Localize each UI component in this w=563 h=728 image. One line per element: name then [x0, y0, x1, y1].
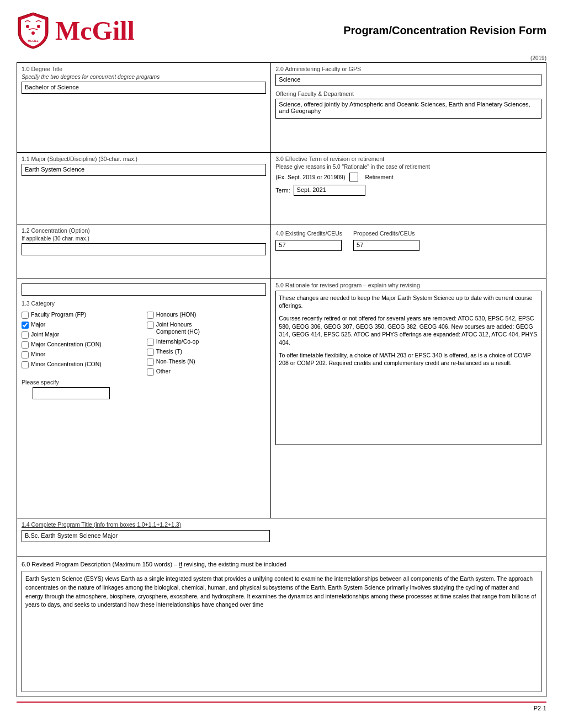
checkbox-honours[interactable]: Honours (HON)	[147, 311, 267, 319]
checkbox-minor-con[interactable]: Minor Concentration (CON)	[22, 361, 141, 368]
checkbox-joint-hon-input[interactable]	[147, 322, 154, 329]
rationale-label: 5.0 Rationale for revised program – expl…	[275, 282, 541, 288]
existing-credits-input[interactable]: 57	[275, 240, 342, 251]
offering-faculty-label: Offering Faculty & Department	[275, 90, 541, 97]
checkbox-faculty-program[interactable]: Faculty Program (FP)	[22, 311, 141, 319]
concentration-cell: 1.2 Concentration (Option) If applicable…	[17, 224, 271, 279]
example-label: (Ex. Sept. 2019 or 201909)	[275, 174, 345, 180]
checkbox-hon-input[interactable]	[147, 312, 154, 319]
svg-point-0	[26, 25, 29, 28]
checkbox-internship-input[interactable]	[147, 339, 154, 346]
checkbox-other[interactable]: Other	[147, 368, 267, 376]
degree-title-input[interactable]: Bachelor of Science	[22, 82, 266, 94]
please-specify-label: Please specify	[22, 379, 59, 386]
effective-term-label: 3.0 Effective Term of revision or retire…	[275, 156, 541, 162]
major-label: 1.1 Major (Subject/Discipline) (30-char.…	[22, 156, 266, 162]
checkbox-joint-major[interactable]: Joint Major	[22, 331, 141, 339]
row-degree-admin: 1.0 Degree Title Specify the two degrees…	[17, 63, 546, 153]
concentration-label: 1.2 Concentration (Option)	[22, 227, 266, 234]
proposed-credits-input[interactable]: 57	[353, 240, 419, 251]
effective-term-cell: 3.0 Effective Term of revision or retire…	[271, 152, 546, 224]
offering-faculty-input[interactable]: Science, offered jointly by Atmospheric …	[275, 99, 541, 119]
retirement-label: Retirement	[365, 174, 393, 180]
row-complete-program: 1.4 Complete Program Title (info from bo…	[17, 518, 546, 556]
page-header: MCGILL McGill Program/Concentration Revi…	[17, 11, 546, 50]
complete-program-cell: 1.4 Complete Program Title (info from bo…	[17, 518, 546, 556]
checkbox-major[interactable]: Major	[22, 321, 141, 329]
admin-faculty-label: 2.0 Administering Faculty or GPS	[275, 66, 541, 72]
checkbox-other-input[interactable]	[147, 368, 154, 376]
section6-italic: if	[179, 561, 183, 568]
svg-point-1	[37, 25, 40, 28]
complete-program-label: 1.4 Complete Program Title (info from bo…	[22, 521, 181, 528]
checkbox-minor[interactable]: Minor	[22, 351, 141, 358]
checkbox-joint-major-input[interactable]	[22, 331, 29, 339]
rationale-para2: Courses recently retired or not offered …	[279, 314, 538, 347]
logo-area: MCGILL McGill	[17, 11, 282, 50]
retirement-checkbox[interactable]	[349, 173, 358, 181]
svg-point-2	[31, 31, 35, 35]
effective-term-sublabel: Please give reasons in 5.0 "Rationale" i…	[275, 164, 541, 170]
rationale-para3: To offer timetable flexibility, a choice…	[279, 351, 538, 367]
mcgill-shield-icon: MCGILL	[17, 11, 50, 50]
degree-title-cell: 1.0 Degree Title Specify the two degrees…	[17, 63, 271, 153]
checkbox-non-thesis-input[interactable]	[147, 358, 154, 366]
please-specify-input[interactable]	[33, 387, 110, 399]
main-form-table: 1.0 Degree Title Specify the two degrees…	[17, 62, 546, 556]
form-title: Program/Concentration Revision Form	[282, 24, 546, 37]
admin-faculty-input[interactable]: Science	[275, 74, 541, 86]
checkbox-internship[interactable]: Internship/Co-op	[147, 338, 267, 346]
section6-label: 6.0 Revised Program Description (Maximum…	[22, 561, 541, 568]
existing-credits-label: 4.0 Existing Credits/CEUs	[275, 230, 342, 237]
checkbox-thesis-input[interactable]	[147, 349, 154, 356]
checkbox-fp[interactable]	[22, 312, 29, 319]
concentration-input2[interactable]	[22, 283, 266, 296]
checkbox-non-thesis[interactable]: Non-Thesis (N)	[147, 358, 267, 366]
major-input[interactable]: Earth System Science	[22, 164, 266, 176]
term-input[interactable]: Sept. 2021	[294, 185, 365, 196]
svg-text:MCGILL: MCGILL	[28, 39, 38, 42]
checkbox-minor-input[interactable]	[22, 351, 29, 358]
row-category-rationale: 1.3 Category Faculty Program (FP) Major …	[17, 279, 546, 518]
checkbox-major-con[interactable]: Major Concentration (CON)	[22, 341, 141, 349]
complete-program-input[interactable]: B.Sc. Earth System Science Major	[22, 530, 270, 542]
degree-title-sublabel: Specify the two degrees for concurrent d…	[22, 74, 266, 80]
proposed-credits-label: Proposed Credits/CEUs	[353, 230, 419, 237]
checkbox-minor-con-input[interactable]	[22, 361, 29, 368]
rationale-box[interactable]: These changes are needed to keep the Maj…	[275, 291, 541, 445]
major-cell: 1.1 Major (Subject/Discipline) (30-char.…	[17, 152, 271, 224]
category-label: 1.3 Category	[22, 300, 266, 307]
concentration-sublabel: If applicable (30 char. max.)	[22, 235, 266, 242]
rationale-cell: 5.0 Rationale for revised program – expl…	[271, 279, 546, 518]
credits-cell: 4.0 Existing Credits/CEUs 57 Proposed Cr…	[271, 224, 546, 279]
rationale-para1: These changes are needed to keep the Maj…	[279, 294, 538, 310]
page-number: P2-1	[534, 705, 546, 711]
page-footer: P2-1	[17, 702, 546, 711]
admin-faculty-cell: 2.0 Administering Faculty or GPS Science…	[271, 63, 546, 153]
checkbox-thesis[interactable]: Thesis (T)	[147, 348, 267, 356]
checkbox-major-con-input[interactable]	[22, 341, 29, 349]
year-label: (2019)	[17, 55, 546, 61]
section6-area: 6.0 Revised Program Description (Maximum…	[17, 556, 546, 697]
mcgill-logo-text: McGill	[55, 15, 135, 46]
concentration-input[interactable]	[22, 243, 266, 255]
row-concentration-credits: 1.2 Concentration (Option) If applicable…	[17, 224, 546, 279]
term-label: Term:	[275, 187, 290, 194]
row-major-term: 1.1 Major (Subject/Discipline) (30-char.…	[17, 152, 546, 224]
category-cell: 1.3 Category Faculty Program (FP) Major …	[17, 279, 271, 518]
checkbox-joint-honours[interactable]: Joint HonoursComponent (HC)	[147, 321, 267, 336]
description-box[interactable]: Earth System Science (ESYS) views Earth …	[22, 571, 541, 692]
checkbox-major-input[interactable]	[22, 322, 29, 329]
degree-title-label: 1.0 Degree Title	[22, 66, 266, 72]
